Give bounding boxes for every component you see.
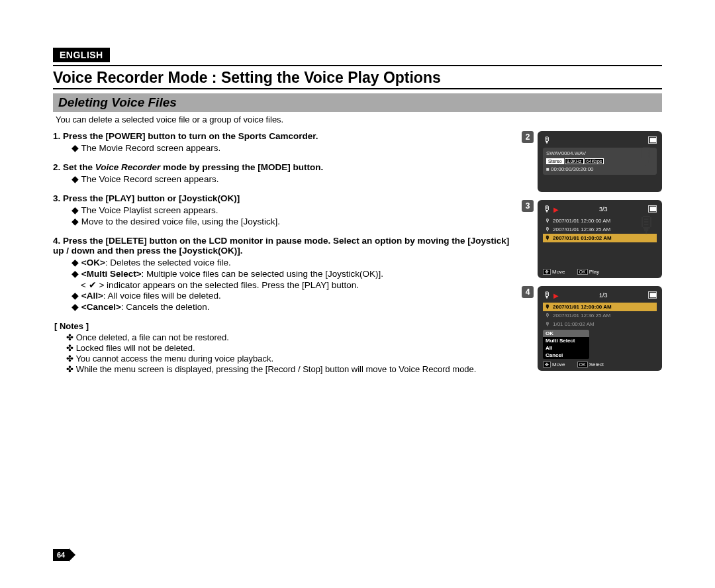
page-title: Voice Recorder Mode : Setting the Voice … (53, 65, 662, 89)
hint-move: Move (552, 362, 565, 368)
hint-move: Move (552, 269, 565, 275)
step-bullet: The Movie Record screen appears. (72, 142, 514, 153)
instructions-column: 1. Press the [POWER] button to turn on t… (53, 131, 514, 375)
audio-badge: 64Kbps (585, 158, 604, 164)
battery-icon (648, 291, 657, 299)
section-heading: Deleting Voice Files (53, 93, 662, 112)
delete-menu: OKMulti SelectAllCancel (543, 330, 589, 359)
step-bullet: Move to the desired voice file, using th… (72, 216, 514, 226)
delete-menu-item: OK (543, 330, 589, 337)
step-option: <OK>: Deletes the selected voice file. (72, 257, 514, 268)
mic-icon (543, 135, 551, 145)
play-icon (553, 207, 559, 213)
step-bullet: The Voice Playlist screen appears. (72, 205, 514, 215)
step-option: <Cancel>: Cancels the deletion. (72, 301, 514, 312)
voice-file-row: 2007/01/01 12:36:25 AM (543, 311, 657, 320)
lcd-column: 2 🎙 SWAV0004.WAV Stereo8.0KHz64Kbps 00:0… (522, 131, 662, 375)
step-option: <All>: All voice files will be deleted. (72, 290, 514, 301)
panel-number: 2 (522, 131, 534, 143)
language-tag: ENGLISH (53, 48, 110, 62)
voice-file-row: 2007/01/01 12:00:00 AM (543, 303, 657, 311)
delete-menu-item: All (543, 344, 589, 352)
lcd-panel-3: 3 3/3 🎙 2007/01/01 12:00:00 AM2007/01/01… (522, 200, 662, 278)
step-option: <Multi Select>: Multiple voice files can… (72, 268, 514, 279)
step-option-extra: < ✔ > indicator appears on the selected … (72, 279, 514, 290)
page-number: 64 (53, 548, 75, 562)
lcd-panel-4: 4 1/3 2007/01/01 12:00:00 AM2007/01/01 1… (522, 286, 662, 371)
panel-number: 4 (522, 286, 534, 298)
hint-select: Select (589, 362, 604, 368)
page-number-marker-icon (69, 548, 75, 562)
panel-number: 3 (522, 200, 534, 212)
note-item: Once deleted, a file can not be restored… (66, 332, 514, 342)
step-heading: 2. Set the Voice Recorder mode by pressi… (53, 162, 514, 172)
list-counter: 3/3 (599, 206, 608, 213)
mic-ghost-icon: 🎙 (636, 212, 658, 238)
lcd-panel-2: 2 🎙 SWAV0004.WAV Stereo8.0KHz64Kbps 00:0… (522, 131, 662, 192)
page-number-box: 64 (53, 549, 69, 561)
step-bullet: The Voice Record screen appears. (72, 173, 514, 184)
note-item: While the menu screen is displayed, pres… (66, 364, 514, 374)
delete-menu-item: Cancel (543, 352, 589, 359)
audio-badge: Stereo (546, 158, 564, 164)
intro-text: You can delete a selected voice file or … (56, 115, 662, 124)
mic-icon (543, 293, 551, 299)
delete-menu-item: Multi Select (543, 337, 589, 344)
hint-play: Play (589, 269, 600, 275)
step-heading: 1. Press the [POWER] button to turn on t… (53, 131, 514, 141)
step-heading: 4. Press the [DELETE] button on the LCD … (53, 236, 514, 256)
note-item: Locked files will not be deleted. (66, 343, 514, 353)
list-counter: 1/3 (599, 292, 608, 299)
mic-icon (543, 207, 551, 213)
note-item: You cannot access the menu during voice … (66, 354, 514, 364)
audio-badge: 8.0KHz (565, 158, 584, 164)
voice-file-row: 1/01 01:00:02 AM (543, 320, 657, 328)
mic-ghost-icon: 🎙 (636, 143, 658, 169)
play-icon (553, 293, 559, 299)
notes-label: [ Notes ] (54, 321, 514, 331)
step-heading: 3. Press the [PLAY] button or [Joystick(… (53, 193, 514, 203)
